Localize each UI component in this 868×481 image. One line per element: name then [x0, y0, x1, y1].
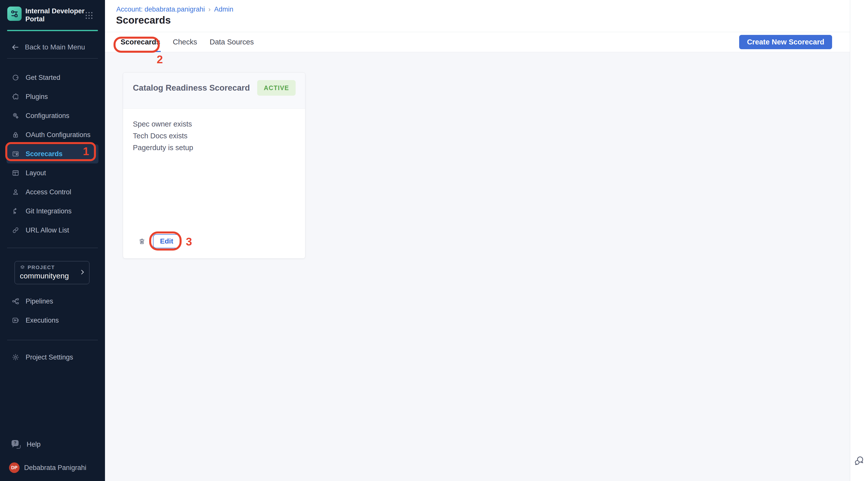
user-icon — [11, 188, 20, 196]
create-new-scorecard-button[interactable]: Create New Scorecard — [739, 35, 832, 49]
sidebar-divider — [7, 58, 98, 59]
settings-nav: Project Settings — [0, 348, 105, 367]
page-title: Scorecards — [116, 14, 171, 26]
back-to-main-menu[interactable]: Back to Main Menu — [11, 43, 105, 51]
check-item: Spec owner exists — [133, 118, 296, 130]
plugin-icon — [11, 93, 20, 101]
page-header: Account: debabrata.panigrahi › Admin Sco… — [105, 0, 850, 32]
status-badge: ACTIVE — [257, 80, 296, 96]
back-label: Back to Main Menu — [25, 43, 85, 51]
layout-icon — [11, 169, 20, 177]
sidebar-logo-row: Internal Developer Portal — [0, 0, 105, 23]
back-arrow-icon — [11, 43, 19, 51]
help-chat-icon: ? — [11, 440, 21, 449]
breadcrumb: Account: debabrata.panigrahi › Admin — [116, 5, 233, 13]
breadcrumb-admin-link[interactable]: Admin — [214, 5, 233, 13]
user-menu[interactable]: DP Debabrata Panigrahi — [6, 462, 98, 473]
sidebar-item-configurations[interactable]: Configurations — [6, 106, 98, 125]
project-label: PROJECT — [28, 265, 55, 270]
play-square-icon — [11, 316, 20, 324]
edit-scorecard-button[interactable]: Edit — [153, 234, 180, 248]
compass-icon — [11, 73, 20, 82]
git-branch-icon — [11, 207, 20, 215]
sidebar: Internal Developer Portal Back to Main M… — [0, 0, 105, 481]
scorecard-title: Catalog Readiness Scorecard — [133, 83, 250, 93]
project-name: communityeng — [20, 271, 84, 280]
sidebar-item-oauth-configurations[interactable]: OAuth Configurations — [6, 125, 98, 145]
main-area: Account: debabrata.panigrahi › Admin Sco… — [105, 0, 850, 481]
chat-support-icon[interactable] — [854, 455, 865, 466]
layers-icon — [20, 265, 25, 270]
sidebar-item-executions[interactable]: Executions — [6, 311, 98, 330]
scorecard-card-header: Catalog Readiness Scorecard ACTIVE — [123, 72, 305, 109]
app-title: Internal Developer Portal — [25, 7, 85, 23]
project-selector[interactable]: PROJECT communityeng — [14, 261, 89, 284]
tab-data-sources[interactable]: Data Sources — [209, 32, 254, 52]
chevron-right-icon — [79, 269, 86, 277]
tab-checks[interactable]: Checks — [172, 32, 198, 52]
right-rail — [850, 0, 868, 481]
gear-icon — [11, 353, 20, 361]
lock-icon — [11, 131, 20, 139]
scorecard-actions: Edit — [137, 234, 180, 248]
sidebar-item-layout[interactable]: Layout — [6, 163, 98, 183]
project-label-row: PROJECT — [20, 265, 84, 270]
avatar: DP — [9, 462, 20, 473]
sidebar-item-project-settings[interactable]: Project Settings — [6, 348, 98, 367]
user-name: Debabrata Panigrahi — [24, 464, 86, 472]
sidebar-item-scorecards[interactable]: Scorecards — [6, 145, 98, 163]
tab-scorecards[interactable]: Scorecards — [120, 32, 161, 52]
sidebar-item-pipelines[interactable]: Pipelines — [6, 292, 98, 311]
sidebar-item-access-control[interactable]: Access Control — [6, 183, 98, 201]
sidebar-accent-divider — [7, 30, 98, 31]
link-icon — [11, 226, 20, 234]
scorecard-icon — [11, 150, 20, 158]
trash-icon — [138, 237, 146, 245]
sidebar-item-url-allow-list[interactable]: URL Allow List — [6, 221, 98, 240]
delete-scorecard-button[interactable] — [137, 236, 147, 246]
sidebar-item-get-started[interactable]: Get Started — [6, 68, 98, 87]
sidebar-item-help[interactable]: ? Help — [6, 435, 98, 454]
check-item: Tech Docs exists — [133, 130, 296, 142]
breadcrumb-separator-icon: › — [209, 5, 211, 13]
pipeline-icon — [11, 297, 20, 305]
idp-logo-icon — [7, 6, 22, 21]
scorecard-card: Catalog Readiness Scorecard ACTIVE Spec … — [123, 72, 305, 259]
check-item: Pagerduty is setup — [133, 142, 296, 154]
sidebar-item-git-integrations[interactable]: Git Integrations — [6, 201, 98, 221]
breadcrumb-account-link[interactable]: Account: debabrata.panigrahi — [116, 5, 205, 13]
project-nav: Pipelines Executions — [0, 292, 105, 330]
sidebar-divider — [7, 340, 98, 340]
app-screen: Internal Developer Portal Back to Main M… — [0, 0, 868, 481]
content-area: Catalog Readiness Scorecard ACTIVE Spec … — [105, 52, 850, 481]
scorecard-checks-list: Spec owner exists Tech Docs exists Pager… — [123, 109, 305, 154]
apps-grid-icon[interactable] — [86, 12, 92, 19]
sidebar-item-plugins[interactable]: Plugins — [6, 87, 98, 106]
sidebar-nav: Get Started Plugins Configurations OAuth… — [0, 68, 105, 240]
tab-bar: Scorecards Checks Data Sources Create Ne… — [105, 32, 850, 52]
gears-icon — [11, 112, 20, 120]
